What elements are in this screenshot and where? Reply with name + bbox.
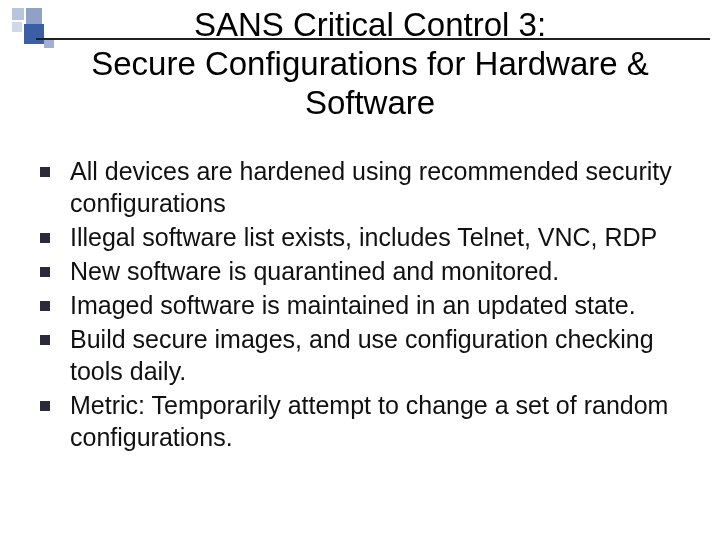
list-item-text: New software is quarantined and monitore… xyxy=(70,255,690,287)
deco-square xyxy=(12,22,22,32)
slide-body: All devices are hardened using recommend… xyxy=(40,155,690,455)
square-bullet-icon xyxy=(40,267,50,277)
square-bullet-icon xyxy=(40,401,50,411)
list-item: Build secure images, and use configurati… xyxy=(40,323,690,387)
square-bullet-icon xyxy=(40,301,50,311)
list-item: All devices are hardened using recommend… xyxy=(40,155,690,219)
list-item: Illegal software list exists, includes T… xyxy=(40,221,690,253)
list-item-text: Build secure images, and use configurati… xyxy=(70,323,690,387)
square-bullet-icon xyxy=(40,233,50,243)
list-item-text: Metric: Temporarily attempt to change a … xyxy=(70,389,690,453)
list-item-text: Imaged software is maintained in an upda… xyxy=(70,289,690,321)
list-item: Imaged software is maintained in an upda… xyxy=(40,289,690,321)
slide-title: SANS Critical Control 3:Secure Configura… xyxy=(40,6,700,123)
square-bullet-icon xyxy=(40,167,50,177)
deco-square xyxy=(12,8,24,20)
list-item: Metric: Temporarily attempt to change a … xyxy=(40,389,690,453)
square-bullet-icon xyxy=(40,335,50,345)
list-item: New software is quarantined and monitore… xyxy=(40,255,690,287)
slide: SANS Critical Control 3:Secure Configura… xyxy=(0,0,720,540)
list-item-text: Illegal software list exists, includes T… xyxy=(70,221,690,253)
list-item-text: All devices are hardened using recommend… xyxy=(70,155,690,219)
